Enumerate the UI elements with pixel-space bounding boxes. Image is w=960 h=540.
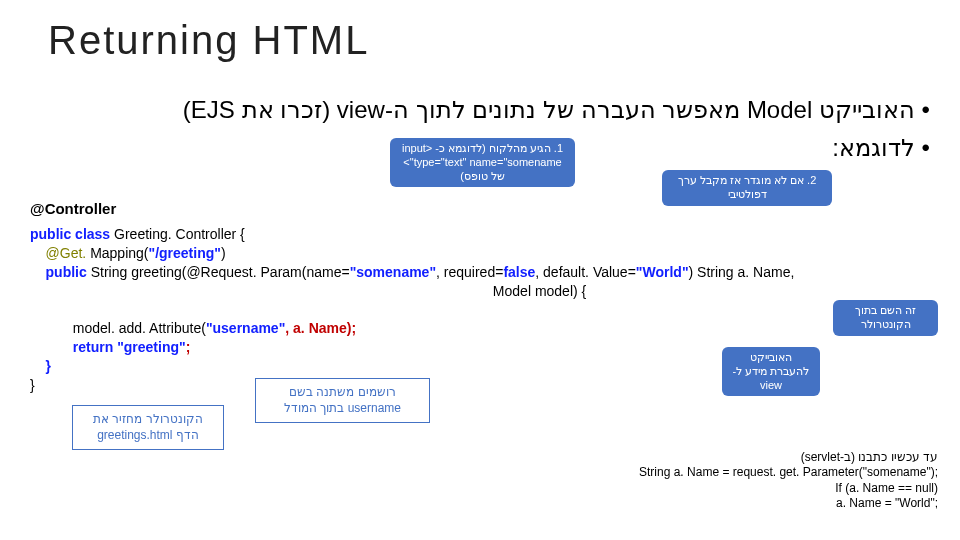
callout-frame-username: רושמים משתנה בשם username בתוך המודל <box>255 378 430 423</box>
close-brace-outer: } <box>30 377 35 393</box>
param-aname: ) String a. Name, <box>689 264 795 280</box>
required-false: false <box>503 264 535 280</box>
servlet-head: עד עכשיו כתבנו (ב-servlet) <box>639 450 938 466</box>
mapping-path: "/greeting" <box>149 245 221 261</box>
servlet-l2: If (a. Name == null) <box>835 481 938 495</box>
callout-input-source: 1. הגיע מהלקוח (לדוגמא כ- <input type="t… <box>390 138 575 187</box>
mapping-open: Mapping( <box>90 245 148 261</box>
param-name-val: "somename" <box>350 264 436 280</box>
callout-default-value: 2. אם לא מוגדר אז מקבל ערך דפולטיבי <box>662 170 832 206</box>
code-block: public class Greeting. Controller { @Get… <box>30 225 940 395</box>
bullet-2: • לדוגמא: <box>832 134 930 162</box>
addattr-close: , a. Name); <box>285 320 356 336</box>
default-world: "World" <box>636 264 689 280</box>
semi: ; <box>186 339 191 355</box>
bullet-1: • האובייקט Model מאפשר העברה של נתונים ל… <box>183 96 930 124</box>
method-sig: String greeting(@Request. Param(name= <box>91 264 350 280</box>
close-brace-inner: } <box>30 358 51 374</box>
classname: Greeting. Controller { <box>114 226 245 242</box>
mapping-close: ) <box>221 245 226 261</box>
kw-public: public <box>30 264 91 280</box>
return-greeting: "greeting" <box>117 339 186 355</box>
servlet-note: עד עכשיו כתבנו (ב-servlet) String a. Nam… <box>639 450 938 512</box>
username-str: "username" <box>206 320 285 336</box>
ann-getmapping: @Get. <box>30 245 90 261</box>
servlet-l1: String a. Name = request. get. Parameter… <box>639 465 938 479</box>
model-param: Model model) { <box>30 283 586 299</box>
addattr-open: model. add. Attribute( <box>30 320 206 336</box>
kw-public-class: public class <box>30 226 114 242</box>
comma-required: , required= <box>436 264 503 280</box>
servlet-l3: a. Name = "World"; <box>836 496 938 510</box>
kw-return: return <box>30 339 117 355</box>
slide-title: Returning HTML <box>48 18 369 63</box>
callout-frame-return-html: הקונטרולר מחזיר את הדף greetings.html <box>72 405 224 450</box>
controller-annotation: @Controller <box>30 200 116 217</box>
comma-default: , default. Value= <box>535 264 636 280</box>
